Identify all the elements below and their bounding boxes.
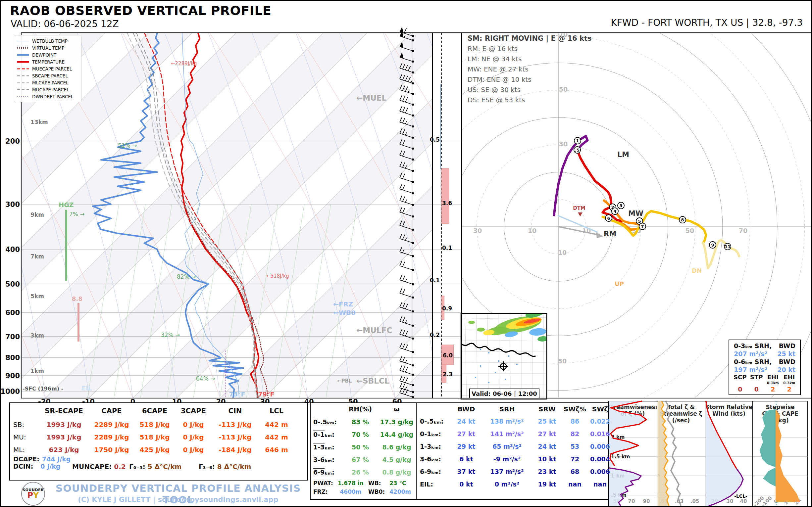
- hodo-segment-9km+: [703, 240, 739, 268]
- chart-label: 11: [724, 244, 730, 249]
- rh-row-label: 6-9ₖₘ:: [313, 466, 345, 478]
- legend-line-sample: [17, 60, 30, 63]
- chart-label: 30: [473, 227, 482, 234]
- kinematics-cell: 6 kt: [450, 453, 482, 465]
- chart-label: 1: [576, 138, 579, 143]
- stats-row-label: ML:: [13, 444, 39, 456]
- kinematics-cell: 37 kt: [450, 465, 482, 478]
- chart-label: .05: [691, 498, 699, 504]
- kinematics-header: SWζ%: [562, 405, 588, 415]
- rh-cell: 26 %: [345, 466, 375, 478]
- chart-label: 0.2: [430, 332, 440, 338]
- skewt-background: [1, 33, 812, 398]
- stats-header: SR-ECAPE: [39, 406, 89, 418]
- stats-cell: 0 J/kg: [175, 418, 212, 431]
- chart-label: 82% →: [177, 273, 196, 280]
- chart-label: 7% →: [69, 211, 85, 217]
- chart-label: ←2289J/kg: [171, 61, 197, 66]
- kinematics-table: BWDSRHSRWSWζ%SWζ0-.5ₖₘ:24 kt138 m²/s²25 …: [417, 403, 608, 491]
- kinematics-cell: -9 m²/s²: [482, 453, 532, 465]
- stats-header: CAPE: [89, 406, 135, 418]
- chart-label: 10: [528, 227, 537, 234]
- stp-value: 0: [749, 386, 765, 393]
- kinematics-row-label: 0-.5ₖₘ:: [420, 415, 450, 428]
- kinematics-panel: BWDSRHSRWSWζ%SWζ0-.5ₖₘ:24 kt138 m²/s²25 …: [416, 402, 609, 500]
- stats-cell: 0 J/kg: [175, 444, 212, 456]
- chart-label: HGZ: [59, 201, 73, 209]
- chart-label: 70: [739, 227, 748, 234]
- kinematics-cell: 53: [562, 440, 588, 453]
- rh-row-label: 1-3ₖₘ:: [313, 441, 345, 453]
- stats-cell: 2289 J/kg: [89, 431, 135, 444]
- footer-credit: (C) KYLE J GILLETT | sounderpysoundings.…: [52, 496, 304, 504]
- legend-item-label: TEMPERATURE: [32, 59, 64, 64]
- stats-cell: 1993 J/kg: [39, 431, 89, 444]
- chart-label: 70: [628, 498, 635, 504]
- stats-header: 3CAPE: [175, 406, 212, 418]
- srh-0-6-value: 197 m²/s²: [734, 366, 767, 373]
- chart-label: 79°F: [258, 391, 274, 398]
- chart-label: 300: [5, 201, 20, 209]
- pwat-block: PWAT:1.678 inWB:23 °C FRZ:4600mWB0:4200m: [313, 480, 414, 497]
- storm-motion-line: SM: RIGHT MOVING | E @ 16 kts: [468, 35, 592, 42]
- stats-cell: 425 J/kg: [135, 444, 175, 456]
- chart-label: 10: [558, 249, 567, 256]
- chart-label: 5km: [31, 293, 44, 299]
- kinematics-cell: 10 kt: [532, 453, 562, 465]
- lapse-rate-3-6: Γ₃₋₆: 8 Δ°C/km: [199, 463, 251, 470]
- legend-item: MUCAPE PARCEL: [17, 86, 79, 93]
- chart-label: 900: [5, 372, 20, 380]
- legend-item-label: VIRTUAL TEMP: [32, 45, 64, 51]
- chart-label: 2.3: [443, 371, 453, 378]
- legend-line-sample: [17, 67, 30, 70]
- stats-row-label: SB:: [13, 418, 39, 431]
- chart-label: 64% →: [196, 375, 215, 382]
- rh-cell: 83 %: [345, 416, 375, 428]
- chart-label: LM: [617, 150, 629, 159]
- kinematics-cell: 24 kt: [450, 415, 482, 428]
- kinematics-cell: 24 kt: [532, 440, 562, 453]
- rh-header: ω: [375, 405, 418, 416]
- scp-label: SCP: [732, 375, 749, 386]
- legend-line-sample: [17, 53, 30, 57]
- kinematics-row-label: 3-6ₖₘ:: [420, 453, 450, 465]
- stats-cell: -113 J/kg: [212, 418, 258, 431]
- rh-cell: 4.5 g/kg: [375, 453, 418, 466]
- chart-label: MW: [628, 209, 644, 217]
- kinematics-cell: 68: [562, 465, 588, 478]
- ehi-0-1-label: EHI0–1km: [765, 375, 781, 386]
- chart-label: ←MULFC: [356, 326, 392, 335]
- stats-cell: 0 J/kg: [175, 431, 212, 444]
- legend-item: MLCAPE PARCEL: [17, 79, 79, 86]
- lapse-rate-0-3: Γ₀₋₃: 5 Δ°C/km: [129, 463, 182, 470]
- chart-label: 8: [681, 217, 684, 222]
- chart-label: ←MUEL: [356, 94, 387, 102]
- rh-cell: 14.4 g/kg: [375, 428, 418, 441]
- kinematics-cell: 141 m²/s²: [482, 428, 532, 440]
- kinematics-cell: 138 m²/s²: [482, 415, 532, 428]
- kinematics-cell: 86: [562, 415, 588, 428]
- kinematics-cell: 72: [562, 453, 588, 465]
- chart-label: 13km: [31, 119, 48, 125]
- stats-cell: 518 J/kg: [135, 431, 175, 444]
- stats-header: LCL: [258, 406, 295, 418]
- chart-label: ←WB0: [333, 309, 356, 317]
- chart-label: 3.6: [442, 200, 452, 207]
- legend-item: WETBULB TEMP: [17, 38, 79, 44]
- rh-cell: 8.6 g/kg: [375, 441, 418, 453]
- skewt-legend: WETBULB TEMPVIRTUAL TEMPDEWPOINTTEMPERAT…: [14, 35, 82, 102]
- chart-label: 6.0: [443, 352, 453, 359]
- kinematics-cell: 0.006: [588, 440, 613, 453]
- kinematics-cell: 0.022: [588, 415, 613, 428]
- kinematics-cell: 27 kt: [450, 428, 482, 440]
- chart-label: 1000: [1, 388, 20, 395]
- stats-cell: 442 m: [258, 418, 295, 431]
- chart-label: -LCL-: [734, 494, 748, 499]
- chart-label: 0.9: [442, 305, 452, 312]
- legend-item-label: MLCAPE PARCEL: [32, 80, 68, 86]
- chart-label: 0.5: [430, 136, 440, 143]
- legend-item: VIRTUAL TEMP: [17, 44, 79, 51]
- stats-cell: 1993 J/kg: [39, 418, 89, 431]
- chart-label: RM: [604, 230, 617, 238]
- stp-label: STP: [749, 375, 765, 386]
